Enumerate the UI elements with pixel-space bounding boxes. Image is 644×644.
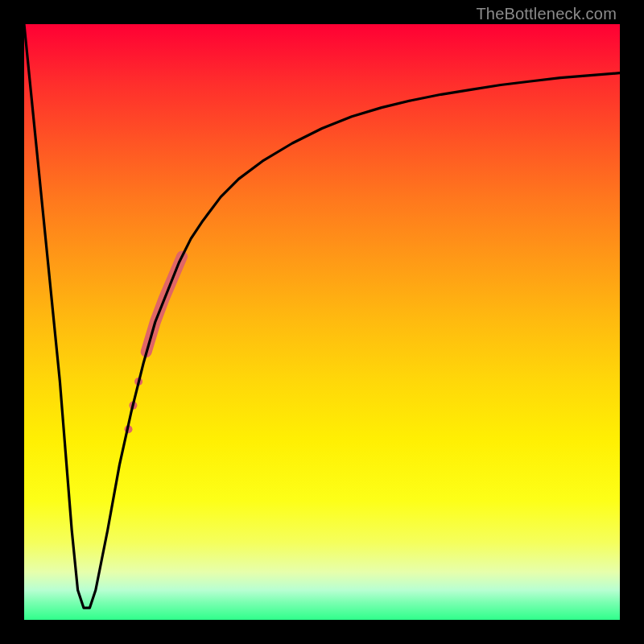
watermark-text: TheBottleneck.com bbox=[476, 5, 617, 23]
chart-container: TheBottleneck.com bbox=[0, 0, 644, 644]
bottleneck-curve bbox=[24, 24, 620, 608]
chart-svg bbox=[24, 24, 620, 620]
plot-area bbox=[24, 24, 620, 620]
